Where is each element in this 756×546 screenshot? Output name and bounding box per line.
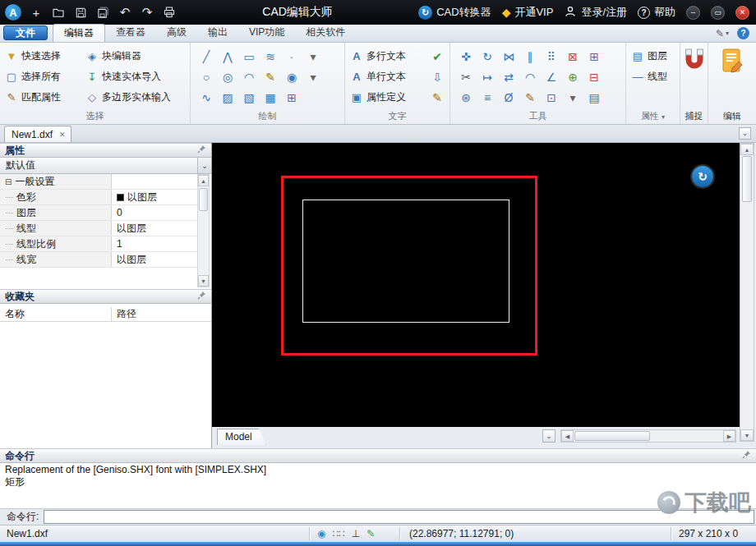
scroll-right-button[interactable]: ▶ xyxy=(723,430,735,442)
attribute-define-button[interactable]: ▣属性定义 xyxy=(350,90,406,104)
multiline-icon[interactable]: ≋ xyxy=(260,47,281,67)
attribute-edit-icon[interactable]: ✎ xyxy=(428,88,446,108)
lineweight-value[interactable]: 以图层 xyxy=(112,252,198,267)
general-settings-group[interactable]: ⊟一般设置 xyxy=(0,174,112,189)
polyline-icon[interactable]: ⋀ xyxy=(217,47,238,67)
quick-entity-import-button[interactable]: ↧快速实体导入 xyxy=(85,67,171,87)
point-icon[interactable]: ∙ xyxy=(281,47,302,67)
maximize-button[interactable]: ▭ xyxy=(711,6,725,20)
vertical-scroll-thumb[interactable] xyxy=(742,156,752,202)
text-style-icon[interactable]: ⇩ xyxy=(428,67,446,87)
pin-icon[interactable] xyxy=(197,291,206,302)
edit-button[interactable]: 编辑 xyxy=(708,43,756,124)
ellipse-icon[interactable]: ◎ xyxy=(217,67,238,87)
fillet-icon[interactable]: ◠ xyxy=(519,67,541,87)
scroll-down-button[interactable]: ▼ xyxy=(198,275,209,287)
quick-customize-icon[interactable]: ✎▾ xyxy=(716,28,729,39)
color-value[interactable]: 以图层 xyxy=(112,190,198,204)
favorites-name-column[interactable]: 名称 xyxy=(0,307,112,321)
model-tab[interactable]: Model xyxy=(217,429,266,445)
drawing-canvas[interactable]: ↻ xyxy=(212,143,740,427)
break-icon[interactable]: ⊟ xyxy=(583,67,605,87)
new-file-button[interactable]: + xyxy=(29,5,44,20)
ortho-toggle[interactable]: ⊥ xyxy=(352,528,360,539)
donut-icon[interactable]: ◉ xyxy=(281,67,302,87)
scale-icon[interactable]: ⊡ xyxy=(541,88,562,108)
linetype-value[interactable]: 以图层 xyxy=(112,221,198,236)
spellcheck-icon[interactable]: ✔ xyxy=(428,47,446,67)
select-all-button[interactable]: ▢选择所有 xyxy=(5,67,82,87)
match-properties-button[interactable]: ✎匹配属性 xyxy=(5,87,82,108)
horizontal-scroll-thumb[interactable] xyxy=(574,431,650,441)
boundary-icon[interactable]: ▦ xyxy=(260,88,281,108)
circle-icon[interactable]: ○ xyxy=(196,67,217,87)
table-icon[interactable]: ⊞ xyxy=(281,88,302,108)
pin-icon[interactable] xyxy=(742,450,751,461)
tab-related-software[interactable]: 相关软件 xyxy=(295,24,356,42)
linetype-button[interactable]: ―线型 xyxy=(631,67,676,87)
erase-icon[interactable]: ⊠ xyxy=(562,47,583,67)
ribbon-help-icon[interactable]: ? xyxy=(737,27,749,39)
rotate-icon[interactable]: ↻ xyxy=(477,47,498,67)
collapse-icon[interactable]: ⊟ xyxy=(5,177,12,186)
polyline-edit-icon[interactable]: ✎ xyxy=(519,88,541,108)
print-button[interactable] xyxy=(162,5,177,20)
open-vip-button[interactable]: ◆ 开通VIP xyxy=(502,5,554,20)
help-button[interactable]: ? 帮助 xyxy=(638,5,675,20)
pin-icon[interactable] xyxy=(197,145,206,156)
layout-scroll-button[interactable]: ⌄ xyxy=(542,429,555,443)
rectangle-icon[interactable]: ▭ xyxy=(238,47,260,67)
arc-icon[interactable]: ◠ xyxy=(238,67,260,87)
canvas-horizontal-scrollbar[interactable]: ◀ ▶ xyxy=(560,429,736,443)
line-icon[interactable]: ╱ xyxy=(196,47,217,67)
polygon-entity-input-button[interactable]: ◇多边形实体输入 xyxy=(85,87,171,108)
document-tab[interactable]: New1.dxf ✕ xyxy=(4,126,71,142)
file-menu-button[interactable]: 文件 xyxy=(3,25,48,40)
layers-tool-icon[interactable]: ▤ xyxy=(583,88,605,108)
scroll-up-button[interactable]: ▲ xyxy=(198,175,209,186)
move-icon[interactable]: ✜ xyxy=(455,47,477,67)
chamfer-icon[interactable]: ∠ xyxy=(541,67,562,87)
gradient-icon[interactable]: ▧ xyxy=(238,88,260,108)
spline-icon[interactable]: ∿ xyxy=(196,88,217,108)
canvas-vertical-scrollbar[interactable]: ▲ ▼ xyxy=(740,143,754,442)
tab-viewer[interactable]: 查看器 xyxy=(105,24,156,42)
explode-icon[interactable]: ⊛ xyxy=(455,88,477,108)
save-all-button[interactable] xyxy=(95,5,110,20)
tab-vip-features[interactable]: VIP功能 xyxy=(238,24,295,42)
chevron-down-icon[interactable]: ⌄ xyxy=(197,158,211,173)
hatch-icon[interactable]: ▨ xyxy=(217,88,238,108)
command-input[interactable] xyxy=(44,510,754,524)
cad-converter-button[interactable]: ↻ CAD转换器 xyxy=(418,5,491,20)
extend-icon[interactable]: ↦ xyxy=(477,67,498,87)
tools-more-icon[interactable]: ▾ xyxy=(562,88,583,108)
block-editor-button[interactable]: ◈块编辑器 xyxy=(85,46,171,67)
close-button[interactable]: ✕ xyxy=(735,6,749,20)
property-grid-scrollbar[interactable]: ▲ ▼ xyxy=(197,174,210,287)
scroll-up-button[interactable]: ▲ xyxy=(740,144,754,155)
minimize-button[interactable]: – xyxy=(686,6,700,20)
single-text-button[interactable]: A单行文本 xyxy=(350,70,406,84)
layer-value[interactable]: 0 xyxy=(112,205,198,220)
favorites-path-column[interactable]: 路径 xyxy=(112,307,136,321)
circle-more-icon[interactable]: ▾ xyxy=(302,67,324,87)
mirror-icon[interactable]: ⋈ xyxy=(498,47,519,67)
join-icon[interactable]: ⊕ xyxy=(562,67,583,87)
copy-icon[interactable]: ⊞ xyxy=(583,47,605,67)
layers-button[interactable]: ▤图层 xyxy=(631,46,676,67)
close-tab-icon[interactable]: ✕ xyxy=(59,131,66,139)
redo-button[interactable]: ↷ xyxy=(140,5,154,20)
osnap-toggle[interactable]: ✎ xyxy=(366,528,375,539)
array-icon[interactable]: ⠿ xyxy=(541,47,562,67)
draw-more-icon[interactable]: ▾ xyxy=(302,47,324,67)
properties-preset-select[interactable]: 默认值 ⌄ xyxy=(0,158,211,174)
tab-editor[interactable]: 编辑器 xyxy=(53,24,105,42)
open-file-button[interactable] xyxy=(51,5,66,20)
grid-toggle[interactable]: ∷∷ xyxy=(332,528,344,539)
align-icon[interactable]: ≡ xyxy=(477,88,498,108)
stretch-icon[interactable]: ⇄ xyxy=(498,67,519,87)
quick-select-button[interactable]: ▼快速选择 xyxy=(5,46,82,67)
save-button[interactable] xyxy=(73,5,88,20)
offset-icon[interactable]: ∥ xyxy=(519,47,541,67)
snap-button[interactable]: 捕捉 xyxy=(680,43,708,124)
